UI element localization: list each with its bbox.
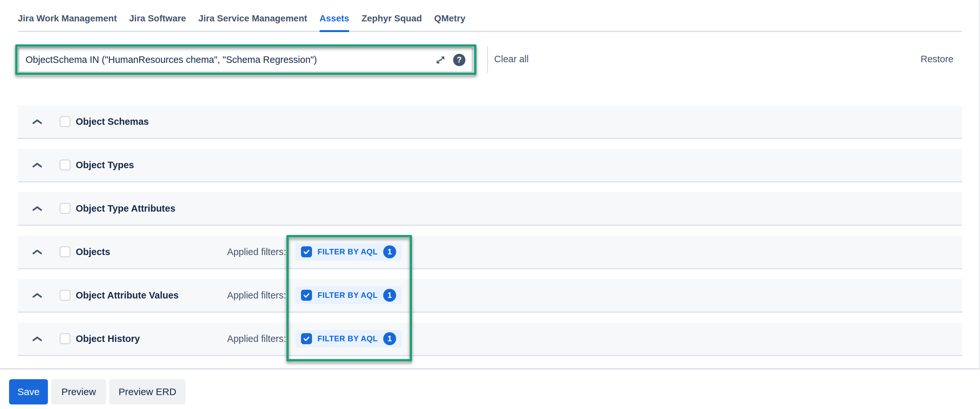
filter-badge-label: FILTER BY AQL <box>318 247 378 256</box>
section-label: Object Types <box>76 160 134 171</box>
preview-erd-button[interactable]: Preview ERD <box>110 379 185 404</box>
section-row-objects: Objects Applied filters: FILTER BY AQL 1 <box>18 236 962 269</box>
tab-zephyr-squad[interactable]: Zephyr Squad <box>361 13 422 24</box>
section-row-object-history: Object History Applied filters: FILTER B… <box>18 323 962 356</box>
help-icon[interactable]: ? <box>453 54 465 66</box>
filter-by-aql-badge[interactable]: FILTER BY AQL 1 <box>296 243 402 260</box>
chevron-up-icon[interactable] <box>32 336 43 342</box>
section-checkbox[interactable] <box>60 160 70 171</box>
section-row-object-attribute-values: Object Attribute Values Applied filters:… <box>18 279 962 313</box>
applied-filters-label: Applied filters: <box>208 247 286 257</box>
section-row-object-types: Object Types <box>18 149 962 182</box>
section-row-object-schemas: Object Schemas <box>18 105 962 139</box>
aql-query-input[interactable] <box>19 48 435 72</box>
filterbar-divider <box>487 46 488 73</box>
tab-jira-work-management[interactable]: Jira Work Management <box>18 13 117 24</box>
section-label: Object Schemas <box>76 117 149 127</box>
section-checkbox[interactable] <box>60 116 70 127</box>
tab-jira-service-management[interactable]: Jira Service Management <box>198 13 307 24</box>
applied-filters-label: Applied filters: <box>208 290 286 301</box>
tab-qmetry[interactable]: QMetry <box>434 13 465 24</box>
section-label: Object History <box>76 334 140 344</box>
expand-icon[interactable] <box>435 54 446 66</box>
filter-count-badge: 1 <box>383 332 396 345</box>
section-label: Objects <box>76 247 110 257</box>
help-glyph: ? <box>457 55 461 64</box>
product-tabbar: Jira Work Management Jira Software Jira … <box>18 13 465 24</box>
footer-divider <box>0 368 980 369</box>
applied-filters-label: Applied filters: <box>208 334 286 344</box>
chevron-up-icon[interactable] <box>32 118 43 125</box>
preview-button[interactable]: Preview <box>51 379 106 404</box>
section-checkbox[interactable] <box>60 290 70 301</box>
section-checkbox[interactable] <box>60 333 70 344</box>
section-label: Object Attribute Values <box>76 290 179 301</box>
assets-export-filter-page: Jira Work Management Jira Software Jira … <box>0 0 980 409</box>
chevron-up-icon[interactable] <box>32 292 43 299</box>
save-button[interactable]: Save <box>9 379 48 404</box>
filter-by-aql-badge[interactable]: FILTER BY AQL 1 <box>296 286 402 304</box>
chevron-up-icon[interactable] <box>32 162 43 168</box>
filter-count-badge: 1 <box>383 245 396 258</box>
filter-by-aql-badge[interactable]: FILTER BY AQL 1 <box>296 330 402 347</box>
tab-jira-software[interactable]: Jira Software <box>129 13 186 24</box>
checked-checkbox-icon[interactable] <box>301 290 312 301</box>
filter-badge-label: FILTER BY AQL <box>318 334 378 343</box>
restore-button[interactable]: Restore <box>920 54 953 64</box>
checked-checkbox-icon[interactable] <box>301 246 312 257</box>
section-checkbox[interactable] <box>60 246 70 257</box>
section-checkbox[interactable] <box>60 203 70 214</box>
section-label: Object Type Attributes <box>76 203 175 214</box>
tabbar-underline <box>18 31 962 32</box>
checked-checkbox-icon[interactable] <box>301 333 312 344</box>
chevron-up-icon[interactable] <box>32 205 43 212</box>
tab-assets[interactable]: Assets <box>320 13 349 24</box>
section-row-object-type-attributes: Object Type Attributes <box>18 192 962 226</box>
filter-count-badge: 1 <box>383 289 396 302</box>
aql-query-field[interactable]: ? <box>18 47 473 72</box>
chevron-up-icon[interactable] <box>32 249 43 255</box>
aql-field-icons: ? <box>435 54 472 66</box>
clear-all-button[interactable]: Clear all <box>494 54 528 64</box>
filter-badge-label: FILTER BY AQL <box>318 291 378 300</box>
